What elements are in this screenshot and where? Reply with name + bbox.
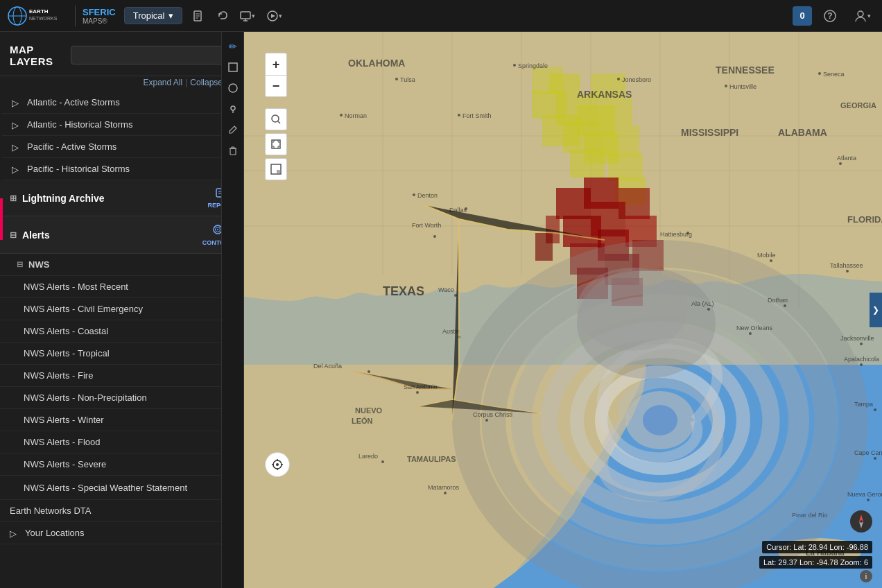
layer-item-nws-coastal[interactable]: NWS Alerts - Coastal [0, 320, 243, 343]
map-area[interactable]: OKLAHOMA ARKANSAS TENNESSEE MISSISSIPPI … [244, 32, 882, 588]
svg-text:OKLAHOMA: OKLAHOMA [348, 58, 405, 69]
main-area: MAP LAYERS Expand All | Collapse All ▷ A… [0, 32, 882, 588]
layer-item-atlantic-active[interactable]: ▷ Atlantic - Active Storms [2, 92, 243, 114]
svg-text:Huntsville: Huntsville [729, 83, 756, 90]
circle-tool-button[interactable] [224, 79, 242, 97]
expand-icon-atlantic-historical[interactable]: ▷ [12, 120, 21, 130]
svg-text:?: ? [827, 11, 832, 21]
expand-all-button[interactable]: Expand All [143, 78, 182, 87]
map-zoom-controls: + − [265, 53, 287, 97]
center-coordinates: Lat: 29.37 Lon: -94.78 Zoom: 6 [759, 556, 872, 569]
svg-text:Fort Smith: Fort Smith [462, 112, 492, 119]
square-tool-button[interactable] [224, 58, 242, 76]
nws-label: NWS [28, 259, 49, 270]
map-info-button[interactable]: i [860, 570, 872, 582]
nws-subgroup-header[interactable]: ⊟ NWS [0, 254, 243, 276]
pencil-tool-button[interactable]: ✏ [224, 37, 242, 55]
svg-text:GEORGIA: GEORGIA [840, 101, 876, 110]
svg-rect-155 [272, 140, 280, 148]
svg-point-123 [784, 304, 786, 307]
undo-icon-button[interactable] [210, 6, 234, 26]
nws-coastal-label: NWS Alerts - Coastal [24, 326, 224, 336]
layer-label-pacific-historical: Pacific - Historical Storms [27, 164, 224, 174]
svg-marker-172 [859, 514, 863, 521]
trash-tool-button[interactable] [224, 141, 242, 159]
center-coords-text: Lat: 29.37 Lon: -94.78 Zoom: 6 [763, 558, 868, 567]
svg-text:Cape Canaveral: Cape Canaveral [854, 449, 882, 456]
lightning-archive-group-header[interactable]: ⊞ Lightning Archive REPORT [0, 180, 243, 216]
overview-map-button[interactable] [265, 158, 287, 180]
svg-rect-57 [532, 67, 563, 94]
layer-item-nws-tropical[interactable]: NWS Alerts - Tropical [0, 343, 243, 365]
search-map-button[interactable] [265, 108, 287, 130]
svg-point-81 [577, 268, 688, 351]
expand-icon-atlantic-active[interactable]: ▷ [12, 98, 21, 107]
svg-text:Ala (AL): Ala (AL) [691, 300, 714, 307]
your-locations-label: Your Locations [25, 528, 224, 538]
map-canvas: OKLAHOMA ARKANSAS TENNESSEE MISSISSIPPI … [244, 32, 882, 588]
expand-icon-your-locations[interactable]: ▷ [10, 528, 19, 538]
layer-item-nws-flood[interactable]: NWS Alerts - Flood [0, 431, 243, 453]
sferic-logo: SFERIC MAPS® [83, 7, 116, 25]
layer-item-nws-fire[interactable]: NWS Alerts - Fire [0, 365, 243, 387]
layer-item-your-locations[interactable]: ▷ Your Locations [0, 522, 243, 544]
svg-point-79 [643, 405, 677, 435]
play-icon-button[interactable]: ▾ [261, 6, 288, 26]
zoom-out-button[interactable]: − [265, 75, 287, 97]
expand-collapse-row: Expand All | Collapse All [0, 76, 243, 92]
right-toolbar: ✏ [221, 32, 243, 588]
search-input[interactable] [71, 46, 224, 64]
svg-point-107 [839, 162, 842, 165]
layer-item-atlantic-historical[interactable]: ▷ Atlantic - Historical Storms [2, 114, 243, 136]
svg-point-105 [818, 72, 821, 75]
svg-rect-55 [608, 153, 643, 181]
layer-item-nws-winter[interactable]: NWS Alerts - Winter [0, 409, 243, 431]
svg-point-141 [874, 408, 876, 411]
map-compass-button[interactable] [850, 510, 872, 533]
svg-rect-30 [232, 147, 234, 148]
svg-point-97 [617, 78, 620, 80]
nws-nonprecip-label: NWS Alerts - Non-Precipitation [24, 392, 224, 403]
layer-item-nws-most-recent[interactable]: NWS Alerts - Most Recent [0, 276, 243, 298]
notification-badge[interactable]: 0 [793, 6, 812, 26]
document-icon-button[interactable] [187, 6, 210, 26]
nws-collapse-icon: ⊟ [17, 260, 23, 269]
svg-point-125 [707, 308, 710, 311]
play-dropdown-icon: ▾ [279, 12, 282, 19]
layer-item-pacific-active[interactable]: ▷ Pacific - Active Storms [2, 136, 243, 158]
svg-text:Apalachicola: Apalachicola [844, 356, 879, 363]
locate-button[interactable] [265, 452, 290, 477]
map-nav-arrow-right[interactable]: ❯ [870, 293, 882, 327]
layer-item-pacific-historical[interactable]: ▷ Pacific - Historical Storms [2, 158, 243, 180]
expand-icon-pacific-historical[interactable]: ▷ [12, 164, 21, 174]
edit-tool-button[interactable] [224, 121, 242, 139]
user-icon-button[interactable]: ▾ [848, 5, 876, 27]
layer-item-nws-severe[interactable]: NWS Alerts - Severe [0, 453, 243, 476]
marker-tool-button[interactable] [224, 100, 242, 118]
svg-text:TEXAS: TEXAS [383, 284, 424, 298]
monitor-icon-button[interactable]: ▾ [234, 6, 261, 26]
fit-bounds-button[interactable] [265, 133, 287, 155]
logo-divider [75, 6, 76, 26]
expand-icon-pacific-active[interactable]: ▷ [12, 142, 21, 152]
map-extra-controls [265, 108, 287, 180]
svg-text:ARKANSAS: ARKANSAS [577, 89, 632, 100]
svg-point-167 [276, 463, 279, 466]
alerts-group-header[interactable]: ⊟ Alerts CONTOUR [0, 216, 243, 254]
layer-item-nws-civil[interactable]: NWS Alerts - Civil Emergency [0, 298, 243, 320]
svg-point-135 [416, 391, 419, 394]
svg-rect-53 [598, 98, 632, 126]
layer-item-earth-networks-dta[interactable]: Earth Networks DTA [0, 500, 243, 522]
svg-point-153 [272, 115, 279, 122]
layer-item-nws-special-weather[interactable]: NWS Alerts - Special Weather Statement [0, 476, 243, 500]
svg-text:Dothan: Dothan [768, 297, 788, 304]
tropical-dropdown-button[interactable]: Tropical ▾ [124, 7, 183, 24]
svg-rect-24 [229, 63, 237, 71]
layer-item-nws-nonprecip[interactable]: NWS Alerts - Non-Precipitation [0, 387, 243, 409]
sidebar: MAP LAYERS Expand All | Collapse All ▷ A… [0, 32, 244, 588]
zoom-in-button[interactable]: + [265, 53, 287, 75]
svg-rect-10 [241, 12, 250, 19]
svg-text:New Orleans: New Orleans [736, 325, 773, 331]
svg-point-139 [860, 363, 863, 366]
help-icon-button[interactable]: ? [818, 5, 842, 27]
